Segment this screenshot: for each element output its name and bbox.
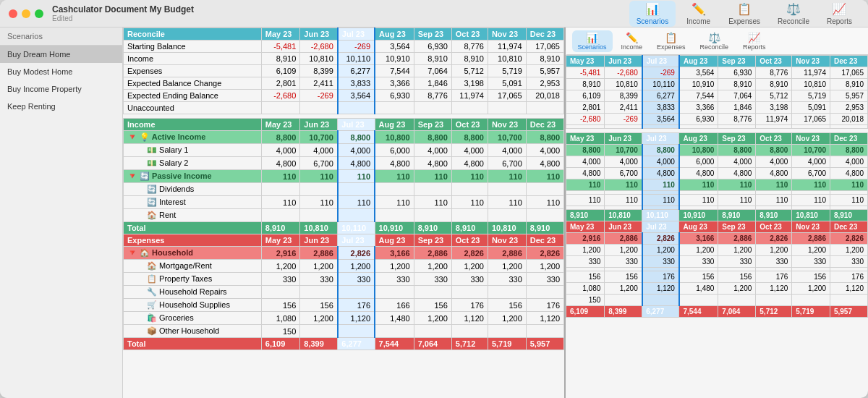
- right-reconcile-icon: ⚖️: [708, 32, 720, 43]
- right-tab-income[interactable]: ✏️ Income: [616, 30, 649, 52]
- sidebar-item-buy-income-property[interactable]: Buy Income Property: [0, 80, 122, 98]
- sidebar: Scenarios Buy Dream Home Buy Modest Home…: [0, 27, 123, 398]
- starting-balance-row: Starting Balance -5,481 -2,680 -269 3,56…: [124, 41, 564, 53]
- r-income: 8,910 10,810 10,110 10,910 8,910 8,910 1…: [566, 79, 868, 90]
- expenses-section-header: Expenses May 23 Jun 23 Jul 23 Aug 23 Sep…: [124, 234, 564, 247]
- right-reconcile-header: May 23 Jun 23 Jul 23 Aug 23 Sep 23 Oct 2…: [566, 56, 868, 67]
- expenses-icon: 📋: [737, 2, 752, 16]
- r-salary1: 4,000 4,000 4,000 6,000 4,000 4,000 4,00…: [566, 156, 868, 168]
- r-mortgage: 1,200 1,200 1,200 1,200 1,200 1,200 1,20…: [566, 245, 868, 256]
- income-total-row: Total 8,910 10,810 10,110 10,910 8,910 8…: [124, 222, 564, 234]
- other-household-row: 📦 Other Household 150: [124, 325, 564, 338]
- sidebar-header: Scenarios: [0, 27, 122, 46]
- unaccounted-row: Unaccounted: [124, 102, 564, 114]
- toolbar-tabs: 📊 Scenarios ✏️ Income 📋 Expenses ⚖️ Reco…: [629, 1, 859, 27]
- col-dec23: Dec 23: [526, 28, 563, 41]
- interest-row: 🔄 Interest 110 110 110 110 110 110 110 1…: [124, 196, 564, 209]
- reconcile-icon: ⚖️: [786, 2, 801, 16]
- r-other-household: 150: [566, 295, 868, 306]
- sidebar-item-buy-dream-home[interactable]: Buy Dream Home: [0, 46, 122, 63]
- col-jul23: Jul 23: [338, 28, 375, 41]
- right-tab-scenarios[interactable]: 📊 Scenarios: [572, 30, 613, 52]
- col-sep23: Sep 23: [414, 28, 451, 41]
- right-reports-icon: 📈: [748, 32, 760, 43]
- right-income-icon: ✏️: [626, 32, 638, 43]
- tab-reports-label: Reports: [827, 17, 852, 25]
- expected-balance-change-row: Expected Balance Change 2,801 2,411 3,83…: [124, 77, 564, 90]
- main-content: Scenarios Buy Dream Home Buy Modest Home…: [0, 27, 868, 398]
- r-salary2: 4,800 6,700 4,800 4,800 4,800 4,800 6,70…: [566, 168, 868, 179]
- r-household: 2,916 2,886 2,826 3,166 2,886 2,826 2,88…: [566, 233, 868, 245]
- r-exp-balance-change: 2,801 2,411 3,833 3,366 1,846 3,198 5,09…: [566, 102, 868, 114]
- r-exp-ending-balance: -2,680 -269 3,564 6,930 8,776 11,974 17,…: [566, 114, 868, 125]
- income-row: Income 8,910 10,810 10,110 10,910 8,910 …: [124, 53, 564, 65]
- right-tab-reconcile[interactable]: ⚖️ Reconcile: [694, 30, 735, 52]
- r-passive-income: 110 110 110 110 110 110 110 110: [566, 179, 868, 191]
- r-income-header: May 23 Jun 23 Jul 23 Aug 23 Sep 23 Oct 2…: [566, 133, 868, 145]
- scenarios-icon: 📊: [645, 2, 660, 16]
- right-expenses-icon: 📋: [665, 32, 677, 43]
- app-title: Cashculator Document My Budget: [52, 4, 629, 14]
- close-button[interactable]: [9, 9, 17, 18]
- minimize-button[interactable]: [22, 9, 30, 18]
- active-income-row: 🔻 💡 Active Income 8,800 10,700 8,800 10,…: [124, 131, 564, 144]
- tab-expenses-label: Expenses: [728, 17, 760, 25]
- tab-reconcile[interactable]: ⚖️ Reconcile: [770, 1, 817, 27]
- maximize-button[interactable]: [35, 9, 43, 18]
- r-expenses-total: 6,109 8,399 6,277 7,544 7,064 5,712 5,71…: [566, 306, 868, 318]
- property-taxes-row: 📋 Property Taxes 330 330 330 330 330 330…: [124, 273, 564, 286]
- col-oct23: Oct 23: [451, 28, 488, 41]
- dividends-row: 🔄 Dividends: [124, 183, 564, 196]
- tab-income[interactable]: ✏️ Income: [678, 1, 718, 27]
- household-repairs-row: 🔧 Household Repairs: [124, 286, 564, 299]
- income-icon: ✏️: [692, 2, 706, 16]
- starting-balance-label: Starting Balance: [124, 41, 262, 53]
- tab-reports[interactable]: 📈 Reports: [820, 1, 859, 27]
- tab-scenarios-label: Scenarios: [637, 17, 668, 25]
- salary1-row: 💵 Salary 1 4,000 4,000 4,000 6,000 4,000…: [124, 144, 564, 157]
- r-starting-balance: -5,481 -2,680 -269 3,564 6,930 8,776 11,…: [566, 67, 868, 79]
- col-aug23: Aug 23: [375, 28, 414, 41]
- reconcile-header-row: Reconcile May 23 Jun 23 Jul 23 Aug 23 Se…: [124, 28, 564, 41]
- household-subheader-row: 🔻 🏠 Household 2,916 2,886 2,826 3,166 2,…: [124, 247, 564, 260]
- expenses-row: Expenses 6,109 8,399 6,277 7,544 7,064 5…: [124, 65, 564, 77]
- r-groceries: 1,080 1,200 1,120 1,480 1,200 1,120 1,20…: [566, 283, 868, 295]
- tab-scenarios[interactable]: 📊 Scenarios: [629, 1, 676, 27]
- r-active-income: 8,800 10,700 8,800 10,800 8,800 8,800 10…: [566, 145, 868, 156]
- reconcile-label: Reconcile: [124, 28, 262, 41]
- main-table: Reconcile May 23 Jun 23 Jul 23 Aug 23 Se…: [123, 27, 564, 350]
- r-property-taxes: 330 330 330 330 330 330 330 330: [566, 256, 868, 268]
- sidebar-item-buy-modest-home[interactable]: Buy Modest Home: [0, 63, 122, 80]
- app-window: Cashculator Document My Budget Edited 📊 …: [0, 0, 868, 398]
- passive-income-row: 🔻 🔄 Passive Income 110 110 110 110 110 1…: [124, 170, 564, 183]
- income-section-header: Income May 23 Jun 23 Jul 23 Aug 23 Sep 2…: [124, 119, 564, 131]
- tab-expenses[interactable]: 📋 Expenses: [721, 1, 767, 27]
- expenses-total-row: Total 6,109 8,399 6,277 7,544 7,064 5,71…: [124, 338, 564, 350]
- right-tab-reports[interactable]: 📈 Reports: [737, 30, 772, 52]
- right-table: 📊 Scenarios ✏️ Income 📋 Expenses: [566, 27, 868, 318]
- col-jun23: Jun 23: [300, 28, 338, 41]
- traffic-lights: [9, 9, 43, 18]
- rent-income-row: 🏠 Rent: [124, 209, 564, 222]
- tab-income-label: Income: [686, 17, 710, 25]
- tab-reconcile-label: Reconcile: [778, 17, 809, 25]
- groceries-row: 🛍️ Groceries 1,080 1,200 1,120 1,480 1,2…: [124, 312, 564, 325]
- col-nov23: Nov 23: [488, 28, 526, 41]
- r-expenses: 6,109 8,399 6,277 7,544 7,064 5,712 5,71…: [566, 90, 868, 102]
- r-income-total: 8,910 10,810 10,110 10,910 8,910 8,910 1…: [566, 210, 868, 221]
- r-expenses-header: May 23 Jun 23 Jul 23 Aug 23 Sep 23 Oct 2…: [566, 221, 868, 233]
- right-scenarios-icon: 📊: [586, 32, 598, 43]
- spreadsheet-right[interactable]: 📊 Scenarios ✏️ Income 📋 Expenses: [564, 27, 868, 398]
- titlebar: Cashculator Document My Budget Edited 📊 …: [0, 0, 868, 27]
- r-household-supplies: 156 156 176 156 156 176 156 176: [566, 271, 868, 283]
- salary2-row: 💵 Salary 2 4,800 6,700 4,800 4,800 4,800…: [124, 157, 564, 170]
- sidebar-item-keep-renting[interactable]: Keep Renting: [0, 98, 122, 115]
- household-supplies-row: 🛒 Household Supplies 156 156 176 166 156…: [124, 299, 564, 312]
- reports-icon: 📈: [832, 2, 846, 16]
- right-tab-expenses[interactable]: 📋 Expenses: [651, 30, 692, 52]
- spreadsheet-left[interactable]: Reconcile May 23 Jun 23 Jul 23 Aug 23 Se…: [123, 27, 564, 398]
- app-subtitle: Edited: [52, 14, 629, 22]
- title-info: Cashculator Document My Budget Edited: [52, 4, 629, 22]
- expected-ending-balance-row: Expected Ending Balance -2,680 -269 3,56…: [124, 90, 564, 102]
- mortgage-rent-row: 🏠 Mortgage/Rent 1,200 1,200 1,200 1,200 …: [124, 260, 564, 273]
